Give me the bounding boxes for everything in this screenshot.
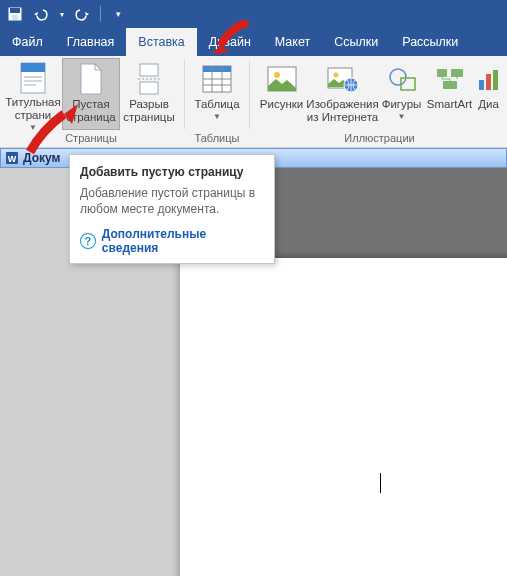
customize-qat-icon[interactable]: ▾	[109, 5, 127, 23]
annotation-arrow	[210, 20, 252, 56]
svg-rect-1	[10, 8, 20, 13]
page-break-button[interactable]: Разрыв страницы	[120, 58, 178, 130]
online-pictures-button[interactable]: Изображения из Интернета	[307, 58, 379, 130]
save-icon[interactable]	[6, 5, 24, 23]
blank-page-tooltip: Добавить пустую страницу Добавление пуст…	[69, 154, 275, 264]
word-doc-icon: W	[5, 151, 19, 165]
group-separator	[249, 60, 250, 129]
smartart-button[interactable]: SmartArt	[425, 58, 475, 130]
tab-layout[interactable]: Макет	[263, 28, 322, 56]
shapes-label: Фигуры	[382, 98, 422, 111]
tab-insert[interactable]: Вставка	[126, 28, 196, 56]
svg-point-18	[274, 72, 280, 78]
group-separator	[184, 60, 185, 129]
tooltip-title: Добавить пустую страницу	[80, 165, 264, 179]
page-break-icon	[136, 62, 162, 96]
smartart-label: SmartArt	[427, 98, 472, 111]
svg-rect-26	[443, 81, 457, 89]
online-pictures-label: Изображения из Интернета	[306, 98, 378, 124]
blank-page-icon	[78, 62, 104, 96]
tab-mailings[interactable]: Рассылки	[390, 28, 470, 56]
pictures-label: Рисунки	[260, 98, 303, 111]
tooltip-more-info-link[interactable]: ? Дополнительные сведения	[80, 227, 264, 255]
svg-rect-6	[24, 80, 42, 82]
svg-rect-24	[437, 69, 447, 77]
chart-icon	[477, 62, 501, 96]
group-tables: Таблица ▼ Таблицы	[187, 56, 247, 147]
ribbon-tabs: Файл Главная Вставка Дизайн Макет Ссылки…	[0, 28, 507, 56]
online-pictures-icon	[327, 62, 359, 96]
pictures-icon	[267, 62, 297, 96]
text-cursor	[380, 473, 381, 493]
svg-point-22	[390, 69, 406, 85]
svg-rect-28	[486, 74, 491, 90]
svg-rect-27	[479, 80, 484, 90]
tab-file[interactable]: Файл	[0, 28, 55, 56]
svg-rect-8	[140, 64, 158, 76]
document-page[interactable]	[180, 258, 507, 576]
help-icon: ?	[80, 233, 96, 249]
group-illustrations-label: Иллюстрации	[256, 130, 503, 146]
chart-label: Диа	[478, 98, 499, 111]
svg-rect-9	[140, 82, 158, 94]
smartart-icon	[435, 62, 465, 96]
tooltip-body: Добавление пустой страницы в любом месте…	[80, 185, 264, 217]
tooltip-link-text: Дополнительные сведения	[102, 227, 264, 255]
annotation-arrow	[24, 100, 82, 158]
svg-rect-7	[24, 84, 36, 86]
dropdown-icon: ▼	[398, 112, 406, 121]
svg-rect-29	[493, 70, 498, 90]
svg-rect-5	[24, 76, 42, 78]
shapes-icon	[387, 62, 417, 96]
redo-icon[interactable]	[74, 5, 92, 23]
svg-text:W: W	[8, 154, 17, 164]
undo-icon[interactable]	[32, 5, 50, 23]
group-illustrations: Рисунки Изображения из Интернета Фигуры …	[252, 56, 507, 147]
svg-rect-4	[21, 63, 45, 72]
chart-button[interactable]: Диа	[475, 58, 503, 130]
dropdown-icon: ▼	[213, 112, 221, 121]
qat-separator	[100, 6, 101, 22]
group-tables-label: Таблицы	[195, 130, 240, 146]
svg-point-20	[333, 73, 338, 78]
table-label: Таблица	[194, 98, 239, 111]
table-button[interactable]: Таблица ▼	[191, 58, 243, 130]
shapes-button[interactable]: Фигуры ▼	[379, 58, 425, 130]
pictures-button[interactable]: Рисунки	[257, 58, 307, 130]
cover-page-icon	[19, 62, 47, 94]
tab-home[interactable]: Главная	[55, 28, 127, 56]
svg-rect-12	[203, 66, 231, 72]
quick-access-toolbar: ▾ ▾	[0, 0, 507, 28]
undo-dropdown-icon[interactable]: ▾	[58, 5, 66, 23]
svg-rect-2	[12, 15, 18, 20]
table-icon	[202, 62, 232, 96]
tab-references[interactable]: Ссылки	[322, 28, 390, 56]
svg-rect-25	[451, 69, 463, 77]
page-break-label: Разрыв страницы	[120, 98, 178, 124]
